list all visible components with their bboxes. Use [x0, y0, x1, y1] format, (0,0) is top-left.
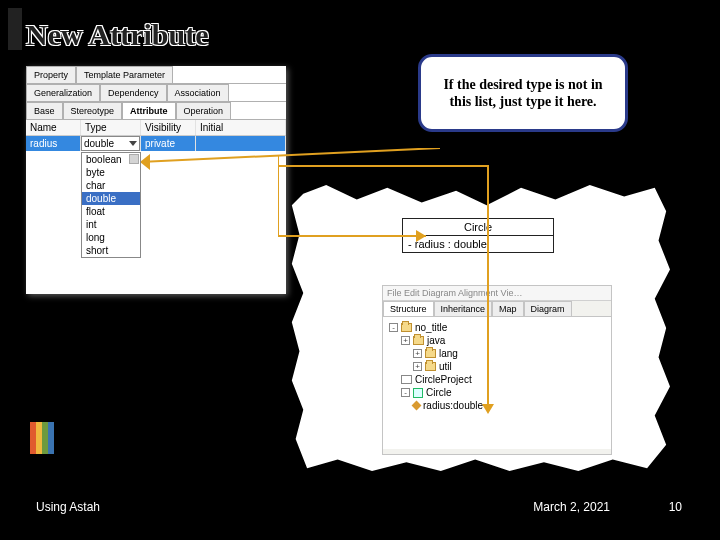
- tab-row-3: Base Stereotype Attribute Operation: [26, 102, 286, 120]
- chevron-down-icon[interactable]: [129, 141, 137, 146]
- class-icon: [413, 388, 423, 398]
- class-diagram-icon: [401, 375, 412, 384]
- tab-structure[interactable]: Structure: [383, 301, 434, 316]
- tree-node[interactable]: + lang: [413, 347, 605, 360]
- tab-row-1: Property Template Parameter: [26, 66, 286, 84]
- type-combobox[interactable]: double boolean byte char double float in…: [81, 136, 140, 151]
- page-number: 10: [669, 500, 682, 514]
- col-type: Type: [81, 120, 141, 135]
- tab-association[interactable]: Association: [167, 84, 229, 101]
- tree-node[interactable]: + util: [413, 360, 605, 373]
- node-label: Circle: [426, 387, 452, 398]
- node-label: no_title: [415, 322, 447, 333]
- type-dropdown[interactable]: boolean byte char double float int long …: [81, 152, 141, 258]
- tab-inheritance[interactable]: Inheritance: [434, 301, 493, 316]
- tab-dependency[interactable]: Dependency: [100, 84, 167, 101]
- cell-visibility[interactable]: private: [141, 136, 196, 151]
- accent-bar: [8, 8, 22, 50]
- tree-node[interactable]: - Circle: [401, 386, 605, 399]
- type-option[interactable]: int: [82, 218, 140, 231]
- page-title: New Attribute: [26, 18, 208, 52]
- type-value: double: [84, 138, 114, 149]
- structure-panel: File Edit Diagram Alignment Vie… Structu…: [382, 285, 612, 455]
- tab-generalization[interactable]: Generalization: [26, 84, 100, 101]
- callout-bubble: If the desired type is not in this list,…: [418, 54, 628, 132]
- uml-attribute-line: - radius : double: [403, 236, 553, 252]
- tab-operation[interactable]: Operation: [176, 102, 232, 119]
- structure-tabs: Structure Inheritance Map Diagram: [383, 301, 611, 317]
- tab-map[interactable]: Map: [492, 301, 524, 316]
- expand-icon[interactable]: +: [413, 362, 422, 371]
- tree-node-attribute[interactable]: radius:double: [413, 399, 605, 412]
- node-label: java: [427, 335, 445, 346]
- type-option[interactable]: float: [82, 205, 140, 218]
- callout-text: If the desired type is not in this list,…: [431, 76, 615, 111]
- type-option[interactable]: long: [82, 231, 140, 244]
- tab-row-2: Generalization Dependency Association: [26, 84, 286, 102]
- col-visibility: Visibility: [141, 120, 196, 135]
- tab-stereotype[interactable]: Stereotype: [63, 102, 123, 119]
- decorative-stripes: [30, 422, 54, 454]
- package-icon: [413, 336, 424, 345]
- scroll-thumb[interactable]: [129, 154, 139, 164]
- package-icon: [425, 349, 436, 358]
- tree-view[interactable]: - no_title + java + lang + util CirclePr…: [383, 317, 611, 449]
- attribute-panel: Property Template Parameter Generalizati…: [26, 66, 286, 294]
- cell-name[interactable]: radius: [26, 136, 81, 151]
- tree-root[interactable]: - no_title: [389, 321, 605, 334]
- node-label: lang: [439, 348, 458, 359]
- col-initial: Initial: [196, 120, 286, 135]
- type-option-selected[interactable]: double: [82, 192, 140, 205]
- package-icon: [425, 362, 436, 371]
- collapse-icon[interactable]: -: [389, 323, 398, 332]
- uml-class-name: Circle: [403, 219, 553, 236]
- tab-template-parameter[interactable]: Template Parameter: [76, 66, 173, 83]
- tab-property[interactable]: Property: [26, 66, 76, 83]
- type-option[interactable]: short: [82, 244, 140, 257]
- tab-diagram[interactable]: Diagram: [524, 301, 572, 316]
- collapse-icon[interactable]: -: [401, 388, 410, 397]
- tab-base[interactable]: Base: [26, 102, 63, 119]
- type-option[interactable]: byte: [82, 166, 140, 179]
- expand-icon[interactable]: +: [401, 336, 410, 345]
- package-icon: [401, 323, 412, 332]
- tree-node[interactable]: + java: [401, 334, 605, 347]
- footer-left: Using Astah: [36, 500, 100, 514]
- cell-initial[interactable]: [196, 136, 286, 151]
- uml-class-box: Circle - radius : double: [402, 218, 554, 253]
- footer-date: March 2, 2021: [533, 500, 610, 514]
- expand-icon[interactable]: +: [413, 349, 422, 358]
- node-label: CircleProject: [415, 374, 472, 385]
- type-option[interactable]: char: [82, 179, 140, 192]
- tab-attribute[interactable]: Attribute: [122, 102, 176, 119]
- grid-header: Name Type Visibility Initial: [26, 120, 286, 136]
- menubar[interactable]: File Edit Diagram Alignment Vie…: [383, 286, 611, 301]
- tree-node[interactable]: CircleProject: [401, 373, 605, 386]
- node-label: util: [439, 361, 452, 372]
- node-label: radius:double: [423, 400, 483, 411]
- grid-row-selected[interactable]: radius double boolean byte char double f…: [26, 136, 286, 151]
- col-name: Name: [26, 120, 81, 135]
- attribute-icon: [412, 401, 422, 411]
